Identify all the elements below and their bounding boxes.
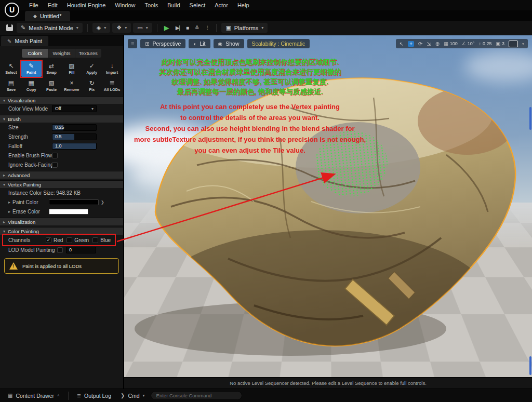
select-icon: ↖ (8, 63, 14, 69)
stop-button[interactable]: ■ (184, 25, 191, 31)
grid-snap-control[interactable]: ▦100 (444, 41, 458, 46)
section-brush[interactable]: ▾Brush (0, 115, 123, 123)
menu-file[interactable]: File (25, 1, 43, 9)
menu-edit[interactable]: Edit (44, 1, 62, 9)
brush-falloff-input[interactable]: 1.0 (52, 143, 97, 150)
play-options-kebab-icon[interactable]: ⋮ (203, 25, 211, 31)
platforms-label: Platforms (234, 25, 258, 31)
erase-color-row: ▸ Erase Color (0, 207, 123, 216)
camera-speed-control[interactable]: ▣3 (496, 41, 504, 46)
content-drawer-button[interactable]: ▦ Content Drawer ˄ (4, 391, 63, 400)
tool-select[interactable]: ↖Select (1, 60, 21, 77)
document-tab[interactable]: ◆ Untitled* (25, 11, 70, 21)
lod-model-painting-checkbox[interactable] (57, 247, 63, 253)
chevron-right-icon[interactable]: ❯ (101, 200, 104, 205)
section-advanced[interactable]: ▸Advanced (0, 171, 123, 179)
output-log-button[interactable]: ≣ Output Log (73, 391, 115, 400)
rotation-snap-control[interactable]: ∠10° (462, 41, 475, 46)
scale-snap-icon: ↕ (478, 41, 481, 46)
menu-tools[interactable]: Tools (140, 1, 162, 9)
channel-green-checkbox[interactable] (66, 237, 72, 243)
brush-strength-input[interactable]: 0.5 (52, 133, 97, 140)
level-viewport[interactable]: ≡ ⊞Perspective ◐Lit ◉Show Scalability : … (124, 35, 532, 388)
perspective-button[interactable]: ⊞Perspective (140, 39, 185, 48)
scalability-button[interactable]: Scalability : Cinematic (247, 39, 310, 48)
document-tab-label: Untitled* (40, 13, 62, 19)
tool-swap[interactable]: ⇄Swap (42, 60, 62, 77)
tool-fix[interactable]: ↻Fix (82, 77, 102, 94)
section-color-painting[interactable]: ▾Color Painting (0, 227, 123, 235)
chevron-down-icon: ▾ (125, 25, 127, 30)
select-tool-icon[interactable]: ↖ (400, 41, 404, 47)
tool-save[interactable]: ▤Save (1, 77, 21, 94)
lod-model-painting-input[interactable]: 0 (66, 247, 96, 253)
menu-actor[interactable]: Actor (210, 1, 232, 9)
tool-all-lods[interactable]: ≣All LODs (102, 77, 122, 94)
scale-snap-control[interactable]: ↕0.25 (478, 41, 491, 46)
section-vertex-painting[interactable]: ▾Vertex Painting (0, 180, 123, 188)
hamburger-icon: ≡ (131, 41, 134, 47)
mesh-paint-mode-icon: ✎ (21, 24, 25, 31)
editor-mode-dropdown[interactable]: ✎ Mesh Paint Mode ▾ (17, 23, 83, 33)
menu-select[interactable]: Select (185, 1, 210, 9)
tool-import[interactable]: ↓Import (102, 60, 122, 77)
channels-row: Channels ✓Red Green Blue (0, 235, 123, 245)
brush-strength-row: Strength 0.5 (0, 132, 123, 141)
tool-copy[interactable]: ▦Copy (21, 77, 42, 94)
menu-help[interactable]: Help (233, 1, 254, 9)
save-button[interactable] (4, 23, 15, 33)
menu-build[interactable]: Build (163, 1, 184, 9)
tool-remove[interactable]: ×Remove (61, 77, 82, 94)
show-button[interactable]: ◉Show (214, 39, 244, 48)
console-command-input[interactable] (151, 391, 242, 400)
section-visualization[interactable]: ▾Visualization (0, 96, 123, 104)
tool-apply[interactable]: ✓Apply (82, 60, 102, 77)
brush-size-input[interactable]: 0.25 (52, 124, 97, 131)
tab-weights[interactable]: Weights (48, 49, 74, 58)
paint-color-swatch[interactable] (49, 199, 99, 205)
tool-paste[interactable]: ▧Paste (42, 77, 62, 94)
menu-window[interactable]: Window (111, 1, 139, 9)
enable-brush-flow-checkbox[interactable] (52, 153, 58, 158)
menu-houdini-engine[interactable]: Houdini Engine (63, 1, 110, 9)
viewport-layout-button[interactable] (509, 41, 518, 47)
channel-blue-checkbox[interactable] (92, 237, 98, 243)
move-tool-icon[interactable]: + (408, 41, 414, 47)
lit-button[interactable]: ◐Lit (189, 39, 210, 48)
world-space-icon[interactable]: ⊕ (435, 41, 440, 47)
skip-to-next-button[interactable]: ▶| (174, 25, 182, 31)
console-icon: ❯ (121, 393, 125, 398)
color-view-mode-dropdown[interactable]: Off▾ (52, 105, 97, 112)
rotate-tool-icon[interactable]: ⟳ (418, 41, 422, 47)
size-label: Size (8, 125, 52, 130)
section-visualization-2[interactable]: ▸Visualization (0, 218, 123, 225)
chevron-down-icon: ▾ (261, 25, 263, 30)
tab-textures[interactable]: Textures (75, 49, 101, 58)
tab-colors[interactable]: Colors (22, 49, 48, 58)
add-content-button[interactable]: ◈ ▾ (92, 23, 110, 33)
platforms-dropdown[interactable]: ▣ Platforms ▾ (221, 23, 268, 33)
blueprints-button[interactable]: ❖ ▾ (112, 23, 131, 33)
eject-button[interactable]: ≜ (193, 25, 201, 31)
scale-tool-icon[interactable]: ⇲ (427, 41, 431, 47)
cmd-dropdown[interactable]: ❯ Cmd ▾ (117, 391, 149, 400)
scrollbar-thumb[interactable] (529, 107, 531, 130)
tool-paint[interactable]: ✎Paint (21, 60, 42, 77)
fix-icon: ↻ (89, 80, 95, 86)
play-button[interactable]: ▶ (162, 24, 171, 32)
chevron-down-icon: ▾ (76, 25, 78, 30)
chevron-down-icon: ▾ (91, 106, 94, 111)
channel-red-checkbox[interactable]: ✓ (46, 237, 51, 243)
scrollbar-thumb[interactable] (529, 356, 531, 375)
blueprints-icon: ❖ (116, 24, 122, 31)
tool-fill[interactable]: ▨Fill (61, 60, 82, 77)
mesh-paint-tab[interactable]: ✎ Mesh Paint (1, 36, 48, 46)
chevron-down-icon: ▾ (3, 182, 5, 187)
erase-color-swatch[interactable] (49, 209, 88, 215)
rock-mesh[interactable] (124, 35, 532, 377)
lod-model-painting-label: LOD Model Painting (8, 247, 57, 253)
ignore-back-facing-checkbox[interactable] (52, 162, 58, 168)
cinematics-button[interactable]: ▭ ▾ (133, 23, 152, 33)
chevron-down-icon: ▾ (3, 229, 5, 234)
viewport-menu-button[interactable]: ≡ (128, 39, 137, 48)
